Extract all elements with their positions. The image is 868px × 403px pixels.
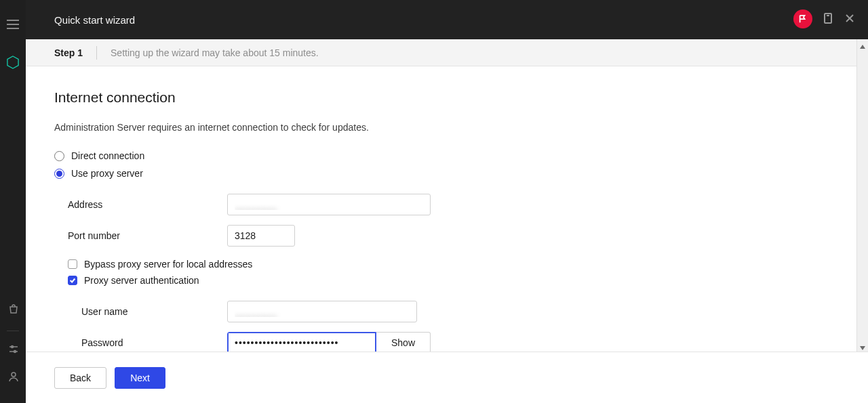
use-proxy-label: Use proxy server: [71, 168, 143, 179]
wizard-title: Quick start wizard: [54, 14, 135, 26]
password-input[interactable]: [227, 332, 376, 352]
scroll-down-icon[interactable]: [859, 343, 866, 349]
direct-connection-radio[interactable]: [54, 151, 64, 161]
scrollbar[interactable]: [856, 39, 868, 352]
left-rail: [0, 0, 26, 403]
use-proxy-radio[interactable]: [54, 169, 64, 179]
scroll-up-icon[interactable]: [859, 41, 866, 48]
svg-marker-0: [7, 56, 18, 68]
next-button[interactable]: Next: [115, 367, 165, 389]
checkmark-icon: [69, 277, 76, 284]
password-wrap: Show: [227, 332, 431, 352]
report-flag-button[interactable]: [793, 9, 812, 28]
svg-point-5: [12, 373, 16, 377]
direct-connection-label: Direct connection: [71, 150, 144, 161]
hex-logo-icon: [7, 56, 19, 69]
step-label: Step 1: [54, 47, 83, 58]
close-button[interactable]: [844, 12, 856, 26]
section-title: Internet connection: [54, 89, 840, 106]
menu-icon[interactable]: [7, 18, 20, 31]
wizard-content: Internet connection Administration Serve…: [26, 66, 868, 352]
back-button[interactable]: Back: [54, 367, 106, 389]
step-bar: Step 1 Setting up the wizard may take ab…: [26, 39, 868, 66]
port-label: Port number: [54, 230, 227, 241]
radio-use-proxy[interactable]: Use proxy server: [54, 168, 840, 179]
username-label: User name: [54, 306, 227, 317]
svg-marker-11: [860, 346, 865, 350]
wizard-panel: Quick start wizard Step 1 Setting up the…: [26, 0, 868, 403]
auth-checkbox[interactable]: [68, 276, 77, 285]
wizard-header: Quick start wizard: [26, 0, 868, 39]
address-input[interactable]: [227, 194, 431, 215]
port-input[interactable]: [227, 225, 295, 247]
header-actions: [793, 9, 856, 28]
show-password-button[interactable]: Show: [376, 332, 431, 352]
radio-direct-connection[interactable]: Direct connection: [54, 150, 840, 161]
close-icon: [844, 12, 856, 24]
username-input[interactable]: [227, 301, 417, 322]
bag-icon[interactable]: [8, 303, 19, 314]
svg-marker-10: [860, 45, 865, 49]
sliders-icon[interactable]: [8, 344, 19, 355]
rail-divider: [7, 331, 19, 331]
flag-icon: [798, 14, 808, 24]
auth-label: Proxy server authentication: [84, 275, 199, 286]
bypass-checkbox-row[interactable]: Bypass proxy server for local addresses: [54, 259, 840, 270]
bypass-label: Bypass proxy server for local addresses: [84, 259, 252, 270]
password-label: Password: [54, 337, 227, 348]
auth-checkbox-row[interactable]: Proxy server authentication: [54, 275, 840, 286]
section-description: Administration Server requires an intern…: [54, 122, 840, 133]
bookmark-icon: [822, 12, 834, 24]
step-description: Setting up the wizard may take about 15 …: [111, 47, 319, 58]
address-label: Address: [54, 199, 227, 210]
bypass-checkbox[interactable]: [68, 259, 77, 269]
user-icon[interactable]: [8, 371, 19, 382]
bookmark-button[interactable]: [822, 12, 834, 26]
step-divider: [96, 46, 97, 60]
wizard-footer: Back Next: [26, 352, 868, 403]
